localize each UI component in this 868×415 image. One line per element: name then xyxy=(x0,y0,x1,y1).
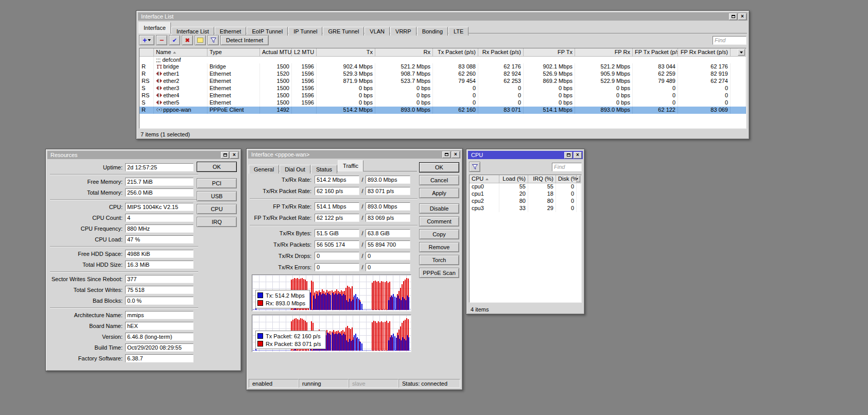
column-header-fp-tx[interactable]: FP Tx xyxy=(524,48,575,57)
column-header-cpu[interactable]: CPU xyxy=(470,175,499,183)
remove-button[interactable]: Remove xyxy=(419,242,459,252)
column-header-flags[interactable] xyxy=(140,48,154,57)
add-button[interactable]: + xyxy=(139,35,154,45)
type-cell: Bridge xyxy=(207,63,260,71)
field-label: Tx/Rx Errors: xyxy=(249,264,315,270)
cpu-row-cpu0[interactable]: cpu055550 xyxy=(470,183,581,191)
resources-buttons: OKPCIUSBCPUIRQ xyxy=(197,162,237,230)
tx-bar xyxy=(352,340,353,351)
rx-bar xyxy=(386,321,387,351)
interface-row-pppoe-wan[interactable]: Rpppoe-wanPPPoE Client1492514.2 Mbps893.… xyxy=(140,107,746,114)
comment-button[interactable] xyxy=(195,35,206,45)
column-header-irq[interactable]: IRQ (%) xyxy=(528,175,556,183)
interface-row-bridge[interactable]: RbridgeBridge15001596902.4 Mbps521.2 Mbp… xyxy=(140,63,746,71)
find-input[interactable] xyxy=(713,36,747,45)
column-header-actual-mtu[interactable]: Actual MTU xyxy=(260,48,292,57)
fp-tx-p-cell: 0 xyxy=(633,92,678,99)
comment-cell: ;;; defconf xyxy=(154,57,746,63)
load-cell: 20 xyxy=(499,191,528,198)
usb-button[interactable]: USB xyxy=(197,191,237,201)
column-header-rx[interactable]: Rx xyxy=(375,48,433,57)
interface-row-ether1[interactable]: Rether1Ethernet15201596529.3 Mbps908.7 M… xyxy=(140,71,746,78)
pppoe-titlebar[interactable]: Interface <pppoe-wan> × xyxy=(248,150,461,159)
enable-button[interactable]: ✔ xyxy=(169,35,180,45)
status-cell-running: running xyxy=(299,379,349,388)
column-dropdown-button[interactable] xyxy=(738,49,745,56)
pci-button[interactable]: PCI xyxy=(197,178,237,188)
column-header-fp-tx-packet-p-s[interactable]: FP Tx Packet (p/s) xyxy=(633,48,678,57)
maximize-button[interactable] xyxy=(442,151,450,158)
legend-entry: Tx Packet: 62 160 p/s xyxy=(257,332,321,340)
interface-list-titlebar[interactable]: Interface List × xyxy=(138,12,748,21)
disable-button[interactable]: Disable xyxy=(419,203,459,214)
column-header-l2-mtu[interactable]: L2 MTU xyxy=(292,48,317,57)
resources-titlebar[interactable]: Resources × xyxy=(47,151,239,159)
close-button[interactable]: × xyxy=(452,151,460,158)
rx-cell: 908.7 Mbps xyxy=(375,71,433,78)
pppoe-buttons: OKCancelApplyDisableCommentCopyRemoveTor… xyxy=(419,162,459,281)
rx-cell: 893.0 Mbps xyxy=(375,107,433,114)
column-header-name[interactable]: Name xyxy=(154,48,207,57)
maximize-button[interactable] xyxy=(221,152,229,159)
maximize-button[interactable] xyxy=(564,152,572,159)
column-header-fp-rx[interactable]: FP Rx xyxy=(575,48,633,57)
comment-button[interactable]: Comment xyxy=(419,216,459,227)
disable-button[interactable]: ✖ xyxy=(182,35,193,45)
ok-button[interactable]: OK xyxy=(197,162,237,172)
column-header-type[interactable]: Type xyxy=(207,48,260,57)
irq-button[interactable]: IRQ xyxy=(197,217,237,227)
tx-p-cell: 83 088 xyxy=(433,63,478,71)
maximize-button[interactable] xyxy=(729,13,737,20)
cpu-button[interactable]: CPU xyxy=(197,204,237,214)
column-header-fp-rx-packet-p-s[interactable]: FP Rx Packet (p/s) xyxy=(678,48,731,57)
torch-button[interactable]: Torch xyxy=(419,255,459,265)
filter-button[interactable] xyxy=(207,35,219,45)
cpu-table-header: CPULoad (%)IRQ (%)Disk (%) xyxy=(470,175,581,183)
cpu-row-cpu3[interactable]: cpu333290 xyxy=(470,205,581,212)
pppoe-scan-button[interactable]: PPPoE Scan xyxy=(419,268,459,278)
field-label: CPU: xyxy=(49,204,125,210)
tx-bar xyxy=(401,340,402,351)
filter-button[interactable] xyxy=(469,162,480,172)
column-header-load[interactable]: Load (%) xyxy=(499,175,528,183)
column-header-tx[interactable]: Tx xyxy=(317,48,375,57)
column-header-disk[interactable]: Disk (%) xyxy=(556,175,577,183)
close-button[interactable]: × xyxy=(738,13,747,20)
cancel-button[interactable]: Cancel xyxy=(419,175,459,185)
ok-button[interactable]: OK xyxy=(419,162,459,172)
interface-row-ether3[interactable]: Sether3Ethernet150015960 bps0 bps000 bps… xyxy=(140,85,746,92)
flags-cell: RS xyxy=(140,78,154,85)
interface-row-ether4[interactable]: RSether4Ethernet150015960 bps0 bps000 bp… xyxy=(140,92,746,99)
tx-bar xyxy=(390,297,391,310)
cpu-titlebar[interactable]: CPU × xyxy=(468,151,583,159)
remove-button[interactable]: − xyxy=(156,35,167,45)
interface-row-ether2[interactable]: RSether2Ethernet15001596871.9 Mbps523.7 … xyxy=(140,78,746,85)
pppoe-status-bar: enabledrunningslaveStatus: connected xyxy=(249,379,460,388)
interface-row-ether5[interactable]: Sether5Ethernet150015960 bps0 bps000 bps… xyxy=(140,99,746,107)
flags-cell xyxy=(140,57,154,63)
resource-field-sector-writes-since-reboot: Sector Writes Since Reboot:377 xyxy=(49,275,199,283)
traffic-field-fp-tx-rx-packet-rate: FP Tx/Rx Packet Rate:62 122 p/s/83 069 p… xyxy=(249,214,419,222)
column-dropdown-button[interactable] xyxy=(577,176,580,182)
tx-bar xyxy=(344,295,345,310)
chevron-down-icon xyxy=(740,51,743,54)
detect-internet-button[interactable]: Detect Internet xyxy=(220,35,269,45)
cpu-row-cpu2[interactable]: cpu280800 xyxy=(470,198,581,205)
tab-traffic[interactable]: Traffic xyxy=(338,160,363,171)
apply-button[interactable]: Apply xyxy=(419,188,459,198)
close-button[interactable]: × xyxy=(574,152,582,159)
column-header-tx-packet-p-s[interactable]: Tx Packet (p/s) xyxy=(433,48,478,57)
tab-interface[interactable]: Interface xyxy=(138,22,171,33)
close-button[interactable]: × xyxy=(230,152,238,159)
field-value-rx: 63.8 GiB xyxy=(366,229,410,237)
column-header-rx-packet-p-s[interactable]: Rx Packet (p/s) xyxy=(478,48,524,57)
copy-button[interactable]: Copy xyxy=(419,229,459,239)
find-input[interactable] xyxy=(552,163,582,171)
ethernet-icon xyxy=(156,85,163,92)
interface-comment-row[interactable]: ;;; defconf xyxy=(140,57,746,63)
cpu-row-cpu1[interactable]: cpu120180 xyxy=(470,191,581,198)
interface-list-toolbar: + − ✔ ✖ Detect Internet xyxy=(139,34,747,46)
rx-bar xyxy=(373,321,374,351)
fp-rx-p-cell: 83 069 xyxy=(678,107,731,114)
pppoe-tab-strip: GeneralDial OutStatusTraffic xyxy=(249,160,417,171)
